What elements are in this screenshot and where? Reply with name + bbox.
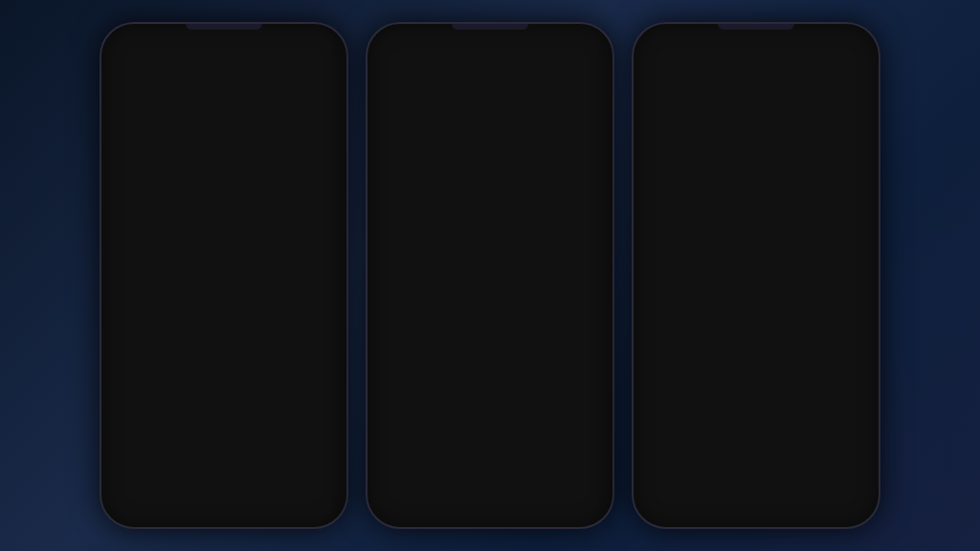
phone-2: 14:42 🔵 ⏰ 📶 🔋 Recents New contact Add to… — [366, 22, 614, 529]
phone-1: ncy calls only 🔵 ⏰ 📶 🔋 14:42 Saturday, N… — [100, 22, 348, 529]
phones-container: ncy calls only 🔵 ⏰ 📶 🔋 14:42 Saturday, N… — [0, 0, 980, 551]
phone-3: 14:42 🔵 ⏰ 📶 🔋 Settings 🔍 Search settings — [632, 22, 880, 529]
